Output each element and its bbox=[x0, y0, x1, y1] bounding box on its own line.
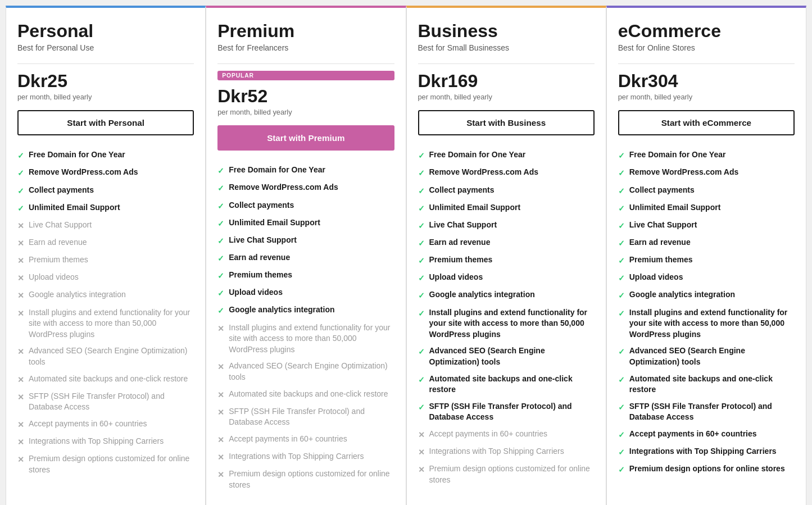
feature-text: Premium design options customized for on… bbox=[229, 468, 394, 490]
feature-icon-check: ✓ bbox=[418, 167, 425, 179]
feature-icon-cross: ✕ bbox=[217, 361, 224, 372]
plan-name: Business bbox=[418, 21, 595, 41]
feature-text: Unlimited Email Support bbox=[29, 202, 120, 213]
feature-text: Google analytics integration bbox=[629, 289, 735, 301]
feature-item: ✓ Earn ad revenue bbox=[618, 234, 795, 252]
plan-cta-personal[interactable]: Start with Personal bbox=[17, 110, 194, 135]
plan-cta-business[interactable]: Start with Business bbox=[418, 110, 595, 135]
feature-item: ✓ Upload videos bbox=[418, 269, 595, 286]
features-list-ecommerce: ✓ Free Domain for One Year ✓ Remove Word… bbox=[618, 147, 795, 493]
feature-icon-cross: ✕ bbox=[217, 434, 224, 445]
feature-text: Live Chat Support bbox=[429, 220, 497, 231]
popular-badge: POPULAR bbox=[217, 71, 394, 80]
feature-item: ✓ Premium design options for online stor… bbox=[618, 461, 795, 478]
feature-text: Premium design options for online stores bbox=[629, 463, 785, 475]
feature-text: Premium themes bbox=[629, 254, 693, 266]
feature-item: ✓ Google analytics integration bbox=[217, 302, 394, 319]
feature-item: ✕ Google analytics integration bbox=[17, 286, 194, 304]
feature-text: Premium themes bbox=[429, 254, 493, 266]
feature-icon-cross: ✕ bbox=[17, 255, 24, 266]
plan-name: Premium bbox=[217, 21, 394, 41]
feature-text: SFTP (SSH File Transfer Protocol) and Da… bbox=[29, 391, 194, 413]
feature-text: Unlimited Email Support bbox=[429, 202, 521, 213]
feature-text: Automated site backups and one-click res… bbox=[229, 389, 388, 400]
feature-item: ✓ Upload videos bbox=[217, 284, 394, 302]
plan-billing: per month, billed yearly bbox=[217, 108, 394, 116]
feature-icon-check: ✓ bbox=[217, 305, 224, 316]
feature-icon-cross: ✕ bbox=[17, 290, 24, 301]
feature-text: Google analytics integration bbox=[429, 289, 535, 301]
feature-text: Remove WordPress.com Ads bbox=[229, 182, 338, 193]
feature-item: ✓ Premium themes bbox=[418, 252, 595, 269]
feature-icon-cross: ✕ bbox=[17, 436, 24, 448]
feature-item: ✕ Automated site backups and one-click r… bbox=[17, 371, 194, 388]
plan-cta-ecommerce[interactable]: Start with eCommerce bbox=[618, 110, 795, 135]
feature-item: ✕ Advanced SEO (Search Engine Optimizati… bbox=[17, 343, 194, 370]
feature-text: Automated site backups and one-click res… bbox=[29, 374, 188, 385]
feature-item: ✕ Install plugins and extend functionali… bbox=[17, 304, 194, 343]
feature-text: Remove WordPress.com Ads bbox=[629, 167, 739, 178]
feature-icon-check: ✓ bbox=[418, 308, 425, 319]
feature-text: Premium design options customized for on… bbox=[29, 453, 194, 475]
feature-item: ✕ Accept payments in 60+ countries bbox=[418, 426, 595, 443]
features-list-business: ✓ Free Domain for One Year ✓ Remove Word… bbox=[418, 147, 595, 493]
feature-text: Integrations with Top Shipping Carriers bbox=[629, 446, 777, 457]
feature-icon-cross: ✕ bbox=[17, 238, 24, 249]
feature-text: Install plugins and extend functionality… bbox=[29, 307, 194, 340]
feature-item: ✓ Remove WordPress.com Ads bbox=[618, 164, 795, 181]
feature-text: Collect payments bbox=[629, 185, 695, 196]
plan-billing: per month, billed yearly bbox=[418, 93, 595, 101]
feature-text: Earn ad revenue bbox=[229, 252, 290, 263]
feature-icon-cross: ✕ bbox=[418, 429, 425, 440]
plan-name: eCommerce bbox=[618, 21, 795, 41]
feature-text: Accept payments in 60+ countries bbox=[429, 429, 548, 440]
feature-icon-check: ✓ bbox=[217, 253, 224, 264]
feature-item: ✕ Integrations with Top Shipping Carrier… bbox=[17, 433, 194, 451]
feature-item: ✕ Upload videos bbox=[17, 269, 194, 286]
feature-icon-check: ✓ bbox=[618, 464, 625, 475]
feature-icon-cross: ✕ bbox=[17, 374, 24, 385]
feature-icon-check: ✓ bbox=[618, 167, 625, 179]
feature-icon-check: ✓ bbox=[418, 203, 425, 214]
feature-icon-check: ✓ bbox=[418, 374, 425, 385]
feature-item: ✓ Premium themes bbox=[618, 252, 795, 269]
feature-text: Upload videos bbox=[429, 272, 483, 283]
feature-icon-check: ✓ bbox=[418, 290, 425, 301]
feature-icon-check: ✓ bbox=[17, 167, 24, 179]
feature-item: ✓ SFTP (SSH File Transfer Protocol) and … bbox=[418, 398, 595, 426]
feature-icon-check: ✓ bbox=[418, 272, 425, 284]
feature-icon-check: ✓ bbox=[618, 220, 625, 231]
feature-icon-check: ✓ bbox=[217, 218, 224, 229]
feature-icon-cross: ✕ bbox=[17, 220, 24, 231]
feature-text: Automated site backups and one-click res… bbox=[429, 374, 595, 395]
feature-text: SFTP (SSH File Transfer Protocol) and Da… bbox=[229, 406, 394, 428]
feature-icon-cross: ✕ bbox=[17, 308, 24, 319]
feature-icon-check: ✓ bbox=[618, 346, 625, 357]
feature-item: ✓ Unlimited Email Support bbox=[418, 199, 595, 217]
feature-text: SFTP (SSH File Transfer Protocol) and Da… bbox=[629, 401, 795, 423]
feature-text: Live Chat Support bbox=[229, 235, 297, 246]
feature-text: Integrations with Top Shipping Carriers bbox=[229, 451, 364, 462]
feature-text: Install plugins and extend functionality… bbox=[229, 322, 394, 356]
feature-item: ✕ Accept payments in 60+ countries bbox=[217, 431, 394, 448]
feature-icon-check: ✓ bbox=[418, 185, 425, 197]
feature-icon-check: ✓ bbox=[17, 150, 24, 161]
feature-text: Premium design options customized for on… bbox=[429, 463, 595, 485]
feature-icon-check: ✓ bbox=[618, 374, 625, 385]
feature-item: ✓ Accept payments in 60+ countries bbox=[618, 426, 795, 443]
plan-cta-premium[interactable]: Start with Premium bbox=[217, 125, 394, 151]
feature-text: Earn ad revenue bbox=[629, 237, 691, 248]
feature-text: Integrations with Top Shipping Carriers bbox=[29, 436, 164, 447]
feature-item: ✕ SFTP (SSH File Transfer Protocol) and … bbox=[17, 388, 194, 416]
plan-card-personal: Personal Best for Personal Use Dkr25 per… bbox=[6, 6, 206, 505]
feature-icon-check: ✓ bbox=[618, 429, 625, 440]
feature-item: ✓ Collect payments bbox=[418, 182, 595, 199]
feature-item: ✓ Premium themes bbox=[217, 267, 394, 284]
feature-text: Collect payments bbox=[429, 185, 495, 196]
plan-card-business: Business Best for Small Businesses Dkr16… bbox=[406, 6, 606, 505]
feature-item: ✓ Earn ad revenue bbox=[217, 249, 394, 267]
feature-icon-check: ✓ bbox=[217, 183, 224, 194]
feature-text: Integrations with Top Shipping Carriers bbox=[429, 446, 564, 457]
feature-icon-cross: ✕ bbox=[17, 272, 24, 284]
feature-text: Unlimited Email Support bbox=[629, 202, 721, 213]
